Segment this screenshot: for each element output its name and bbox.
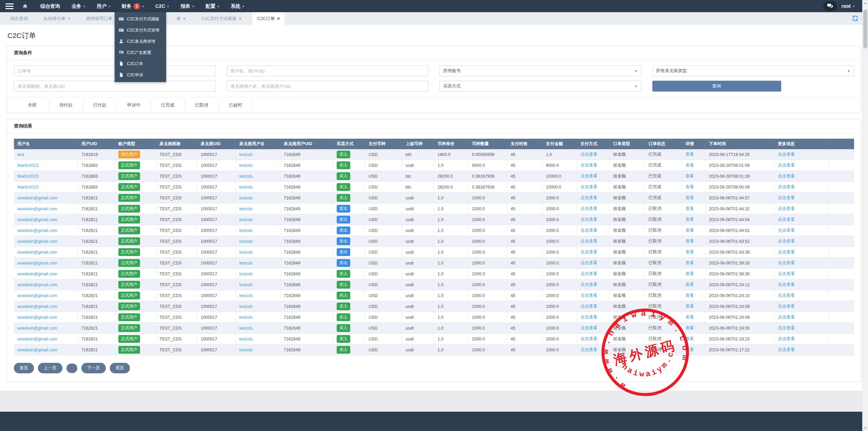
tab-综合查询[interactable]: 综合查询 [5,12,33,25]
nav-item-C2C[interactable]: C2C▾ [150,0,175,12]
username-link[interactable]: Martin2023 [17,185,39,190]
username-link[interactable]: wxedwin@gmail.com [17,282,57,287]
acceptor-username-link[interactable]: testcds [239,228,253,233]
current-page-button[interactable]: 1 [66,364,78,373]
acceptor-username-link[interactable]: testcds [239,348,253,352]
more-info-link[interactable]: 点击查看 [778,163,795,168]
acceptor-user-input[interactable] [227,81,429,92]
acceptor-username-link[interactable]: testcds [239,217,253,222]
more-info-link[interactable]: 点击查看 [778,282,795,287]
user-input[interactable] [227,65,429,76]
acceptor-input[interactable] [14,81,216,92]
prev-page-button[interactable]: 上一页 [38,363,62,373]
acceptor-username-link[interactable]: testcds [239,326,253,331]
acceptor-username-link[interactable]: testcds [239,250,253,255]
detail-link[interactable]: 查看 [685,206,694,211]
pay-method-link[interactable]: 点击查看 [580,315,597,319]
refresh-icon[interactable] [852,15,859,22]
more-info-link[interactable]: 点击查看 [778,293,795,298]
acceptor-username-link[interactable]: testcds [239,282,253,287]
username-link[interactable]: wxedwin@gmail.com [17,207,57,211]
more-info-link[interactable]: 点击查看 [778,228,795,233]
last-page-button[interactable]: 尾页 [110,363,130,373]
more-info-link[interactable]: 点击查看 [778,239,795,243]
detail-link[interactable]: 查看 [685,347,694,352]
nav-item-财务[interactable]: 财务1▾ [116,0,150,12]
acceptor-username-link[interactable]: testcds [239,174,253,179]
scrollbar-down-arrow[interactable]: ▼ [863,426,868,430]
close-icon[interactable]: × [239,16,242,21]
detail-link[interactable]: 查看 [685,304,694,309]
acceptor-username-link[interactable]: testcds [239,261,253,266]
pay-method-link[interactable]: 点击查看 [580,228,597,233]
status-tab-全部[interactable]: 全部 [15,100,49,110]
nav-item-系统[interactable]: 系统▾ [225,0,250,12]
pay-method-link[interactable]: 点击查看 [580,152,597,157]
tab-永续持仓单[interactable]: 永续持仓单× [39,12,75,25]
detail-link[interactable]: 查看 [685,315,694,319]
pay-method-link[interactable]: 点击查看 [580,347,597,352]
more-info-link[interactable]: 点击查看 [778,326,795,330]
dropdown-item-C2C支付方式模板[interactable]: C2C支付方式模板 [115,14,166,25]
pay-method-link[interactable]: 点击查看 [580,336,597,341]
dropdown-item-C2C订单[interactable]: C2C订单 [115,58,166,70]
pay-method-link[interactable]: 点击查看 [580,271,597,276]
scrollbar-up-arrow[interactable]: ▲ [863,1,868,5]
detail-link[interactable]: 查看 [685,184,694,189]
acceptor-username-link[interactable]: testcds [239,315,253,320]
acceptor-username-link[interactable]: testcds [239,293,253,298]
more-info-link[interactable]: 点击查看 [778,217,795,222]
detail-link[interactable]: 查看 [685,326,694,330]
detail-link[interactable]: 查看 [685,282,694,287]
status-tab-已完成[interactable]: 已完成 [151,100,185,110]
tab-C2C支付方式模板[interactable]: C2C支付方式模板× [197,12,246,25]
more-info-link[interactable]: 点击查看 [778,347,795,352]
more-info-link[interactable]: 点击查看 [778,260,795,265]
dropdown-item-C2C广告配置[interactable]: C2C广告配置 [115,47,166,58]
username-link[interactable]: wxedwin@gmail.com [17,261,57,266]
username-link[interactable]: test [17,152,24,157]
username-link[interactable]: wxedwin@gmail.com [17,217,57,222]
acceptor-username-link[interactable]: testcds [239,272,253,276]
pay-method-link[interactable]: 点击查看 [580,326,597,330]
pay-method-link[interactable]: 点击查看 [580,206,597,211]
status-tab-已超时[interactable]: 已超时 [219,100,253,110]
username-link[interactable]: wxedwin@gmail.com [17,239,57,244]
username-link[interactable]: wxedwin@gmail.com [17,272,57,276]
close-icon[interactable]: × [277,16,280,21]
status-tab-申诉中[interactable]: 申诉中 [117,100,151,110]
username-link[interactable]: wxedwin@gmail.com [17,315,57,320]
dropdown-item-C2C申诉[interactable]: C2C申诉 [115,70,166,81]
pay-method-link[interactable]: 点击查看 [580,163,597,168]
close-icon[interactable]: × [183,16,186,21]
pay-method-link[interactable]: 点击查看 [580,282,597,287]
status-tab-待付款[interactable]: 待付款 [49,100,83,110]
more-info-link[interactable]: 点击查看 [778,315,795,319]
username-link[interactable]: wxedwin@gmail.com [17,304,57,309]
detail-link[interactable]: 查看 [685,195,694,200]
pay-method-link[interactable]: 点击查看 [580,184,597,189]
nav-item-用户[interactable]: 用户▾ [91,0,116,12]
more-info-link[interactable]: 点击查看 [778,174,795,178]
username-link[interactable]: wxedwin@gmail.com [17,250,57,255]
detail-link[interactable]: 查看 [685,217,694,222]
nav-item-综合查询[interactable]: 综合查询 [35,0,66,12]
detail-link[interactable]: 查看 [685,336,694,341]
acceptor-username-link[interactable]: testcds [239,337,253,341]
more-info-link[interactable]: 点击查看 [778,271,795,276]
detail-link[interactable]: 查看 [685,271,694,276]
acceptor-username-link[interactable]: testcds [239,304,253,309]
pay-method-link[interactable]: 点击查看 [580,304,597,309]
more-info-link[interactable]: 点击查看 [778,195,795,200]
username-link[interactable]: wxedwin@gmail.com [17,326,57,331]
detail-link[interactable]: 查看 [685,260,694,265]
username-link[interactable]: wxedwin@gmail.com [17,228,57,233]
detail-link[interactable]: 查看 [685,228,694,233]
search-button[interactable]: 查询 [652,81,781,92]
more-info-link[interactable]: 点击查看 [778,152,795,157]
detail-link[interactable]: 查看 [685,163,694,168]
pay-method-link[interactable]: 点击查看 [580,174,597,178]
nav-item-配置[interactable]: 配置▾ [200,0,225,12]
detail-link[interactable]: 查看 [685,174,694,178]
username-link[interactable]: Martin2023 [17,163,39,168]
